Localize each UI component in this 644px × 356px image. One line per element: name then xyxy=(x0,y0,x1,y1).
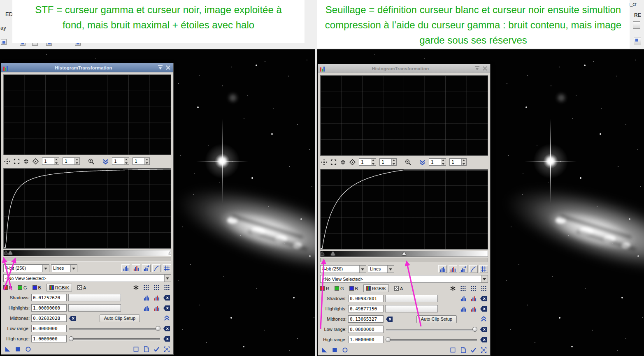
view-selector[interactable]: <No View Selected> xyxy=(3,274,171,282)
shadows-clip-count-icon[interactable] xyxy=(152,294,161,302)
auto-clip-setup-button[interactable]: Auto Clip Setup xyxy=(100,314,140,322)
channel-alpha-toggle[interactable]: A xyxy=(77,285,86,290)
browse-documentation-icon[interactable] xyxy=(449,346,457,354)
raw-rgb-icon[interactable] xyxy=(449,284,457,292)
midtones-input[interactable] xyxy=(31,314,67,322)
highlights-clip-count-icon[interactable] xyxy=(469,305,478,313)
plot-style-dropdown[interactable]: Lines xyxy=(368,265,394,273)
scroll-down-icon[interactable] xyxy=(418,158,427,166)
show-histogram-icon[interactable] xyxy=(438,265,447,273)
side-panel-icon[interactable] xyxy=(634,37,641,44)
horizontal-zoom-spinbox[interactable]: 1 xyxy=(359,158,376,166)
mode-grid-1-icon[interactable] xyxy=(142,284,151,291)
log-histogram-icon[interactable] xyxy=(142,264,151,272)
show-curve-icon[interactable] xyxy=(469,265,478,273)
highlights-slider-handle[interactable] xyxy=(402,252,406,255)
apply-icon[interactable] xyxy=(14,345,22,353)
mode-grid-2-icon[interactable] xyxy=(152,284,161,291)
range-slider-strip[interactable] xyxy=(3,257,171,261)
highlights-clip-view-icon[interactable] xyxy=(459,305,467,313)
horizontal-zoom-2-spinbox[interactable]: 1 xyxy=(63,157,80,165)
horizontal-zoom-2-spinbox[interactable]: 1 xyxy=(379,158,397,166)
shrink-view-icon[interactable] xyxy=(339,158,347,166)
mode-grid-2-icon[interactable] xyxy=(469,284,478,292)
show-curve-icon[interactable] xyxy=(152,264,161,272)
channel-red-toggle[interactable]: R xyxy=(3,285,12,290)
view-selector[interactable]: <No View Selected> xyxy=(320,275,488,283)
histogram-slider-strip[interactable] xyxy=(3,250,171,256)
vertical-zoom-spinbox[interactable]: 1 xyxy=(429,158,446,166)
channel-green-toggle[interactable]: G xyxy=(335,286,344,291)
horizontal-zoom-spinbox[interactable]: 1 xyxy=(42,157,59,165)
spinner-arrows[interactable] xyxy=(74,158,79,164)
scroll-down-icon[interactable] xyxy=(101,157,110,165)
pan-mode-icon[interactable] xyxy=(3,157,12,165)
channel-rgbk-button[interactable]: RGB/K xyxy=(46,284,72,291)
high-range-slider-thumb[interactable] xyxy=(69,336,74,341)
apply-global-icon[interactable] xyxy=(24,345,33,353)
channel-red-toggle[interactable]: R xyxy=(320,286,329,291)
vertical-zoom-2-spinbox[interactable]: 1 xyxy=(133,157,150,165)
midtones-reset-icon[interactable] xyxy=(68,314,77,322)
high-range-input[interactable] xyxy=(31,335,67,342)
midtones-reset-icon[interactable] xyxy=(385,315,394,323)
track-view-icon[interactable] xyxy=(469,346,478,354)
raw-rgb-icon[interactable] xyxy=(132,284,140,291)
shadows-reset-icon[interactable] xyxy=(479,295,488,303)
readout-mode-icon[interactable] xyxy=(348,158,357,166)
high-range-input[interactable] xyxy=(348,336,384,343)
reset-icon[interactable] xyxy=(479,346,488,354)
spinner-arrows[interactable] xyxy=(371,159,376,165)
spinner-arrows[interactable] xyxy=(391,159,396,165)
midtones-input[interactable] xyxy=(348,315,384,323)
show-grid-icon[interactable] xyxy=(479,265,488,273)
edit-instance-icon[interactable] xyxy=(459,346,467,354)
histogram-display[interactable] xyxy=(320,75,488,156)
histogram-slider-strip[interactable] xyxy=(320,251,488,257)
raise-shadows-icon[interactable] xyxy=(163,314,171,322)
dialog-titlebar[interactable]: HistogramTransformation xyxy=(318,64,490,73)
shadows-reset-icon[interactable] xyxy=(163,294,171,302)
show-rgb-histogram-icon[interactable] xyxy=(449,265,457,273)
highlights-input[interactable] xyxy=(31,304,67,312)
shrink-view-icon[interactable] xyxy=(22,157,30,165)
show-rgb-histogram-icon[interactable] xyxy=(132,264,140,272)
close-window-icon[interactable] xyxy=(482,65,488,72)
channel-alpha-toggle[interactable]: A xyxy=(394,286,403,291)
shadows-slider-handle[interactable] xyxy=(4,251,8,254)
low-range-slider-thumb[interactable] xyxy=(156,326,160,331)
spinner-arrows[interactable] xyxy=(441,159,446,165)
high-range-reset-icon[interactable] xyxy=(479,336,488,344)
channel-blue-toggle[interactable]: B xyxy=(349,286,358,291)
spinner-arrows[interactable] xyxy=(124,158,129,164)
menu-fragment[interactable]: ED xyxy=(5,11,13,17)
mode-grid-3-icon[interactable] xyxy=(479,284,488,292)
new-instance-icon[interactable] xyxy=(3,345,12,353)
auto-clip-setup-button[interactable]: Auto Clip Setup xyxy=(416,315,457,323)
channel-green-toggle[interactable]: G xyxy=(18,285,27,290)
menu-fragment[interactable]: ay xyxy=(0,25,6,31)
reset-icon[interactable] xyxy=(163,345,171,353)
close-window-icon[interactable] xyxy=(165,65,171,71)
mode-grid-3-icon[interactable] xyxy=(163,284,171,291)
apply-global-icon[interactable] xyxy=(341,346,349,354)
low-range-slider[interactable] xyxy=(68,325,161,332)
highlights-input[interactable] xyxy=(348,305,384,312)
show-grid-icon[interactable] xyxy=(163,264,171,272)
resolution-dropdown[interactable]: 8-bit (256) xyxy=(3,264,49,272)
shade-window-icon[interactable] xyxy=(157,65,163,71)
browse-documentation-icon[interactable] xyxy=(132,345,140,353)
high-range-slider[interactable] xyxy=(68,335,161,342)
midtones-slider-handle[interactable] xyxy=(331,252,335,255)
new-instance-icon[interactable] xyxy=(320,346,329,354)
highlights-clip-count-icon[interactable] xyxy=(152,304,161,312)
log-histogram-icon[interactable] xyxy=(459,265,467,273)
track-view-icon[interactable] xyxy=(152,345,161,353)
channel-blue-toggle[interactable]: B xyxy=(33,285,41,290)
shadows-clip-view-icon[interactable] xyxy=(142,294,151,302)
toolbar-icon[interactable] xyxy=(1,39,7,45)
raise-shadows-icon[interactable] xyxy=(479,315,488,323)
transfer-curve-display[interactable] xyxy=(320,169,488,250)
channel-rgbk-button[interactable]: RGB/K xyxy=(363,284,389,292)
apply-icon[interactable] xyxy=(330,346,339,354)
